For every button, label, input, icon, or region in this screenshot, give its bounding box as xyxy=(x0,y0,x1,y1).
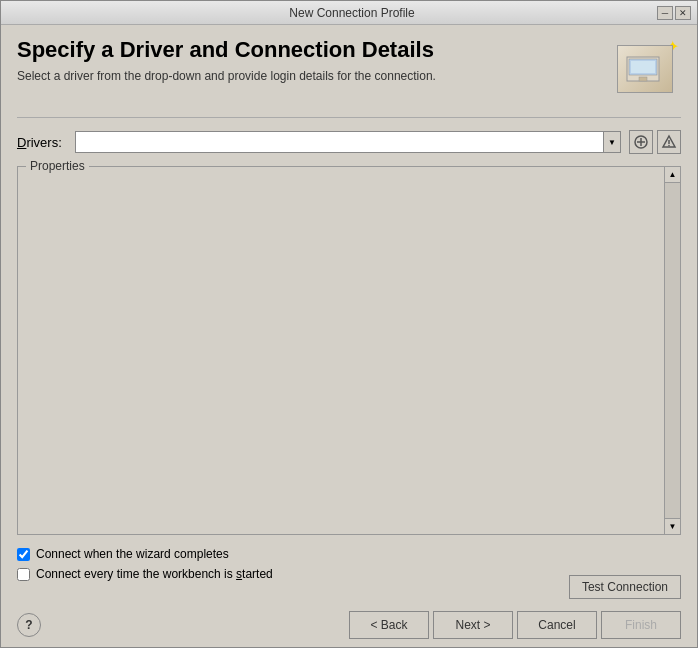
driver-action-buttons xyxy=(629,130,681,154)
new-driver-icon xyxy=(633,134,649,150)
dropdown-arrow-btn[interactable]: ▼ xyxy=(603,131,621,153)
divider xyxy=(17,117,681,118)
svg-rect-3 xyxy=(639,77,647,81)
window-title: New Connection Profile xyxy=(47,6,657,20)
icon-svg xyxy=(625,53,665,85)
back-button[interactable]: < Back xyxy=(349,611,429,639)
connect-workbench-checkbox[interactable] xyxy=(17,568,30,581)
properties-legend: Properties xyxy=(26,159,89,173)
main-content: Specify a Driver and Connection Details … xyxy=(1,25,697,647)
close-button[interactable]: ✕ xyxy=(675,6,691,20)
svg-point-9 xyxy=(668,145,670,147)
connect-workbench-label[interactable]: Connect every time the workbench is star… xyxy=(36,567,273,581)
test-connection-button[interactable]: Test Connection xyxy=(569,575,681,599)
titlebar: New Connection Profile ─ ✕ xyxy=(1,1,697,25)
next-button[interactable]: Next > xyxy=(433,611,513,639)
page-subtitle: Select a driver from the drop-down and p… xyxy=(17,69,609,83)
bottom-left: ? xyxy=(17,613,41,637)
window: New Connection Profile ─ ✕ Specify a Dri… xyxy=(0,0,698,648)
dropdown-wrapper: ▼ xyxy=(75,131,621,153)
cancel-button[interactable]: Cancel xyxy=(517,611,597,639)
connect-workbench-row: Connect every time the workbench is star… xyxy=(17,567,273,581)
checkboxes-section: Connect when the wizard completes Connec… xyxy=(17,547,273,587)
page-title: Specify a Driver and Connection Details xyxy=(17,37,609,63)
edit-driver-button[interactable] xyxy=(657,130,681,154)
connect-wizard-checkbox[interactable] xyxy=(17,548,30,561)
properties-scrollbar[interactable]: ▲ ▼ xyxy=(664,167,680,534)
nav-buttons: < Back Next > Cancel Finish xyxy=(349,611,681,639)
minimize-button[interactable]: ─ xyxy=(657,6,673,20)
bottom-row: ? < Back Next > Cancel Finish xyxy=(17,607,681,639)
svg-rect-2 xyxy=(631,61,655,73)
header-section: Specify a Driver and Connection Details … xyxy=(17,37,681,101)
titlebar-buttons: ─ ✕ xyxy=(657,6,691,20)
drivers-row: Drivers: ▼ xyxy=(17,130,681,154)
scroll-up-btn[interactable]: ▲ xyxy=(665,167,680,183)
header-icon: ✦ xyxy=(617,37,681,101)
drivers-input[interactable] xyxy=(75,131,621,153)
scroll-track xyxy=(665,183,680,518)
new-driver-button[interactable] xyxy=(629,130,653,154)
scroll-down-btn[interactable]: ▼ xyxy=(665,518,680,534)
connect-wizard-label[interactable]: Connect when the wizard completes xyxy=(36,547,229,561)
header-text: Specify a Driver and Connection Details … xyxy=(17,37,609,83)
connect-wizard-row: Connect when the wizard completes xyxy=(17,547,273,561)
help-button[interactable]: ? xyxy=(17,613,41,637)
properties-group: Properties ▲ ▼ xyxy=(17,166,681,535)
connection-icon xyxy=(617,45,673,93)
drivers-label: Drivers: xyxy=(17,135,67,150)
edit-driver-icon xyxy=(661,134,677,150)
finish-button[interactable]: Finish xyxy=(601,611,681,639)
